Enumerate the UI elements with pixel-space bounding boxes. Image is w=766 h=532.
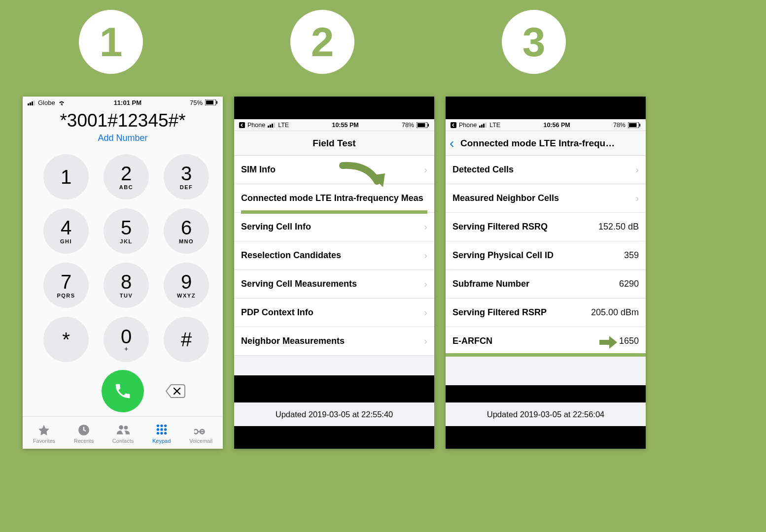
svg-rect-28 bbox=[483, 124, 485, 128]
key-7[interactable]: 7PQRS bbox=[43, 263, 89, 308]
row-sim-info[interactable]: SIM Info› bbox=[234, 156, 434, 184]
battery-percent: 78% bbox=[402, 122, 414, 129]
keypad: 1 2ABC 3DEF 4GHI 5JKL 6MNO 7PQRS 8TUV 9W… bbox=[23, 143, 223, 367]
battery-icon bbox=[417, 122, 429, 128]
star-icon bbox=[37, 424, 51, 436]
step-badge-2: 2 bbox=[290, 10, 354, 74]
updated-footer: Updated 2019-03-05 at 22:55:40 bbox=[234, 402, 434, 426]
svg-rect-18 bbox=[268, 126, 269, 128]
svg-rect-21 bbox=[274, 123, 275, 128]
chevron-right-icon: › bbox=[424, 335, 427, 347]
status-bar: Globe 11:01 PM 75% bbox=[23, 97, 223, 107]
svg-point-11 bbox=[156, 428, 159, 431]
svg-rect-1 bbox=[30, 102, 31, 105]
wifi-icon bbox=[58, 100, 66, 105]
chevron-right-icon: › bbox=[635, 193, 639, 204]
battery-icon bbox=[205, 100, 218, 105]
back-to-app-label[interactable]: Phone bbox=[247, 122, 265, 129]
status-bar: Phone LTE 10:55 PM 78% bbox=[234, 119, 434, 131]
row-subframe-number: Subframe Number6290 bbox=[446, 270, 646, 299]
row-serving-filtered-rsrq: Serving Filtered RSRQ152.50 dB bbox=[446, 213, 646, 241]
add-number-link[interactable]: Add Number bbox=[23, 133, 223, 143]
network-label: LTE bbox=[489, 122, 500, 129]
page-title: Connected mode LTE Intra-frequ… bbox=[446, 138, 646, 149]
key-6[interactable]: 6MNO bbox=[164, 208, 209, 254]
phone-icon bbox=[113, 382, 132, 400]
contacts-icon bbox=[116, 424, 130, 436]
chevron-left-icon: ‹ bbox=[450, 136, 454, 150]
svg-rect-24 bbox=[418, 123, 425, 127]
svg-rect-26 bbox=[479, 126, 481, 128]
svg-rect-31 bbox=[639, 124, 640, 127]
back-button[interactable]: ‹ bbox=[450, 131, 454, 155]
key-2[interactable]: 2ABC bbox=[104, 154, 149, 200]
tab-keypad[interactable]: Keypad bbox=[152, 424, 171, 444]
chevron-right-icon: › bbox=[424, 221, 427, 233]
svg-rect-25 bbox=[451, 122, 456, 128]
svg-point-13 bbox=[164, 428, 167, 431]
key-star[interactable]: * bbox=[43, 317, 89, 362]
back-to-app-icon[interactable] bbox=[239, 122, 245, 128]
screenshot-field-test-list: Phone LTE 10:55 PM 78% Field Test SIM In… bbox=[234, 97, 434, 449]
key-8[interactable]: 8TUV bbox=[104, 263, 149, 308]
dialed-number: *3001#12345#* bbox=[23, 110, 223, 131]
signal-icon bbox=[479, 122, 487, 128]
key-9[interactable]: 9WXYZ bbox=[164, 263, 209, 308]
signal-icon bbox=[28, 100, 35, 105]
svg-point-10 bbox=[164, 425, 167, 427]
tab-voicemail[interactable]: Voicemail bbox=[189, 424, 212, 444]
key-1[interactable]: 1 bbox=[43, 154, 89, 200]
key-0[interactable]: 0+ bbox=[104, 317, 149, 362]
battery-icon bbox=[628, 122, 641, 128]
key-3[interactable]: 3DEF bbox=[164, 154, 209, 200]
row-e-arfcn: E-ARFCN1650 bbox=[446, 327, 646, 356]
row-connected-mode-lte[interactable]: Connected mode LTE Intra-frequency Meas bbox=[234, 184, 434, 213]
battery-percent: 75% bbox=[190, 99, 203, 106]
call-button[interactable] bbox=[102, 370, 144, 412]
key-5[interactable]: 5JKL bbox=[104, 208, 149, 254]
status-time: 11:01 PM bbox=[114, 99, 141, 106]
svg-rect-3 bbox=[34, 100, 35, 105]
step-badge-3: 3 bbox=[502, 10, 566, 74]
row-serving-cell-measurements[interactable]: Serving Cell Measurements› bbox=[234, 270, 434, 299]
screenshot-field-test-detail: Phone LTE 10:56 PM 78% ‹ Connected mode … bbox=[446, 97, 646, 449]
row-pdp-context-info[interactable]: PDP Context Info› bbox=[234, 299, 434, 327]
status-bar: Phone LTE 10:56 PM 78% bbox=[446, 119, 646, 131]
row-reselection-candidates[interactable]: Reselection Candidates› bbox=[234, 241, 434, 270]
network-label: LTE bbox=[278, 122, 289, 129]
tab-contacts[interactable]: Contacts bbox=[112, 424, 134, 444]
svg-rect-19 bbox=[270, 125, 271, 128]
row-detected-cells[interactable]: Detected Cells› bbox=[446, 156, 646, 184]
nav-bar: Field Test bbox=[234, 131, 434, 156]
row-serving-filtered-rsrp: Serving Filtered RSRP205.00 dBm bbox=[446, 299, 646, 327]
svg-point-9 bbox=[160, 425, 163, 427]
svg-rect-5 bbox=[216, 101, 217, 104]
row-serving-physical-cell-id: Serving Physical Cell ID359 bbox=[446, 241, 646, 270]
chevron-right-icon: › bbox=[424, 164, 427, 175]
svg-rect-32 bbox=[629, 123, 637, 127]
row-neighbor-measurements[interactable]: Neighbor Measurements› bbox=[234, 327, 434, 356]
chevron-right-icon: › bbox=[424, 250, 427, 261]
svg-point-15 bbox=[160, 432, 163, 434]
svg-point-8 bbox=[156, 425, 159, 427]
row-measured-neighbor-cells[interactable]: Measured Neighbor Cells› bbox=[446, 184, 646, 213]
screenshot-dialer: Globe 11:01 PM 75% *3001#12345#* Add Num… bbox=[23, 97, 223, 449]
row-serving-cell-info[interactable]: Serving Cell Info› bbox=[234, 213, 434, 241]
back-to-app-label[interactable]: Phone bbox=[459, 122, 477, 129]
key-hash[interactable]: # bbox=[164, 317, 209, 362]
svg-rect-23 bbox=[428, 124, 429, 127]
chevron-right-icon: › bbox=[424, 278, 427, 290]
back-to-app-icon[interactable] bbox=[451, 122, 456, 128]
svg-point-16 bbox=[164, 432, 167, 434]
status-time: 10:55 PM bbox=[332, 122, 358, 129]
svg-point-14 bbox=[156, 432, 159, 434]
signal-icon bbox=[268, 122, 276, 128]
backspace-button[interactable] bbox=[164, 383, 187, 399]
clock-icon bbox=[77, 424, 91, 436]
voicemail-icon bbox=[194, 424, 208, 436]
tab-recents[interactable]: Recents bbox=[74, 424, 94, 444]
svg-rect-6 bbox=[206, 100, 213, 104]
tab-favorites[interactable]: Favorites bbox=[33, 424, 55, 444]
page-title: Field Test bbox=[313, 138, 355, 149]
key-4[interactable]: 4GHI bbox=[43, 208, 89, 254]
